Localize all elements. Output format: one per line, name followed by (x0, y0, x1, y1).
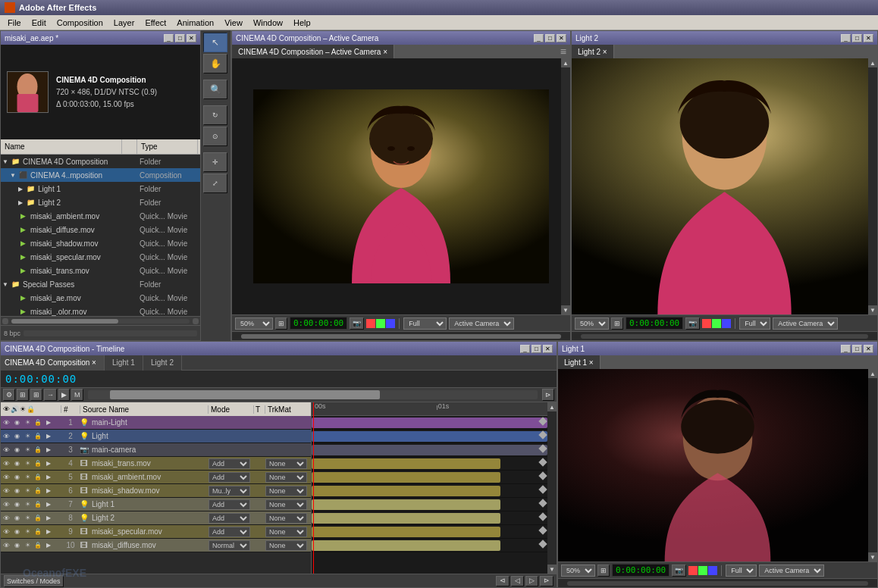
audio-toggle-5[interactable]: ◉ (11, 472, 22, 483)
layer-row[interactable]: 👁 ◉ ☀ 🔒 ▶ 5 🎞 misaki_ambient.mov Add Nor… (1, 471, 311, 484)
layer-mode-6[interactable]: Mu..ly NormalAddMultiply (209, 486, 254, 496)
layer-mode-10[interactable]: Normal NormalAddMultiply (209, 540, 254, 551)
comp-close-btn[interactable]: ✕ (557, 34, 566, 42)
expand-9[interactable] (54, 527, 63, 537)
mode-select-6[interactable]: Mu..ly NormalAddMultiply (209, 486, 250, 496)
close-btn[interactable]: ✕ (187, 34, 196, 42)
track-row[interactable] (312, 430, 547, 443)
solo-toggle-8[interactable]: ☀ (22, 513, 33, 524)
solo-toggle-10[interactable]: ☀ (22, 540, 33, 551)
file-item[interactable]: ▶ misaki_ae.mov Quick... Movie (1, 291, 200, 305)
layer-row[interactable]: 👁 ◉ ☀ 🔒 ▶ 6 🎞 misaki_shadow.mov Mu..ly N… (1, 484, 311, 498)
expand-2[interactable] (54, 431, 63, 442)
tl-minimize[interactable]: _ (520, 345, 530, 353)
solo-toggle-5[interactable]: ☀ (22, 472, 33, 483)
comp-maximize-btn[interactable]: □ (545, 34, 555, 42)
comp-canvas-area[interactable]: ▲ ▼ (232, 58, 570, 314)
lock-toggle-6[interactable]: 🔒 (33, 486, 43, 496)
vis-toggle-2[interactable]: 👁 (1, 431, 11, 442)
collapse-7[interactable]: ▶ (43, 499, 54, 510)
layer-row[interactable]: 👁 ◉ ☀ 🔒 ▶ 10 🎞 misaki_diffuse.mov Normal… (1, 539, 311, 552)
l1-timecode[interactable]: 0:00:00:00 (612, 564, 669, 577)
l1-scroll-track[interactable] (868, 378, 877, 552)
menu-effect[interactable]: Effect (140, 16, 171, 30)
layer-trkmat-7[interactable]: None (265, 499, 311, 510)
track-scroll-track[interactable] (547, 411, 557, 565)
track-row[interactable] (312, 539, 547, 552)
l1-camera-select[interactable]: Active Camera (759, 565, 824, 577)
file-item[interactable]: ▶ misaki_.olor.mov Quick... Movie (1, 305, 200, 316)
vis-toggle-3[interactable]: 👁 (1, 445, 11, 455)
l1-blue-ch[interactable] (708, 566, 717, 575)
hand-tool[interactable]: ✋ (203, 54, 227, 74)
expand-8[interactable] (54, 513, 63, 524)
prev-frame-btn[interactable]: ◁ (511, 576, 524, 586)
project-scrollbar-h[interactable] (1, 316, 200, 325)
camera-select[interactable]: Active Camera (449, 317, 514, 330)
layer-row[interactable]: 👁 ◉ ☀ 🔒 ▶ 3 📷 main-camera (1, 443, 311, 457)
timeline-timecode[interactable]: 0:00:00:00 (5, 373, 77, 385)
expand-1[interactable] (54, 418, 63, 428)
collapse-9[interactable]: ▶ (43, 527, 54, 537)
l1-red-ch[interactable] (688, 566, 698, 575)
minimize-btn[interactable]: _ (164, 34, 174, 42)
audio-toggle-3[interactable]: ◉ (11, 445, 22, 455)
trkmat-select-5[interactable]: None (265, 472, 307, 483)
l2-camera-select[interactable]: Active Camera (773, 317, 838, 330)
solo-toggle-2[interactable]: ☀ (22, 431, 33, 442)
solo-toggle-3[interactable]: ☀ (22, 445, 33, 455)
comp-inner-tab[interactable]: CINEMA 4D Composition – Active Camera × (232, 45, 394, 58)
light1-scrollbar-h[interactable] (558, 578, 877, 587)
solo-toggle-4[interactable]: ☀ (22, 458, 33, 469)
vis-toggle-6[interactable]: 👁 (1, 486, 11, 496)
tl-tool3[interactable]: ⊞ (30, 389, 42, 401)
l1-maximize[interactable]: □ (852, 345, 862, 353)
layer-rows[interactable]: 👁 ◉ ☀ 🔒 ▶ 1 💡 main-Light 👁 ◉ ☀ 🔒 ▶ 2 💡 L… (1, 416, 311, 574)
layer-mode-8[interactable]: Add NormalAddMultiply (209, 513, 254, 524)
mode-select-8[interactable]: Add NormalAddMultiply (209, 513, 250, 524)
layer-mode-5[interactable]: Add NormalAddMultiply (209, 472, 254, 483)
col-name[interactable]: Name (1, 139, 122, 154)
layer-mode-9[interactable]: Add NormalAddMultiply (209, 527, 254, 537)
l2-zoom-select[interactable]: 50% (575, 317, 609, 330)
light2-scrollbar-h[interactable] (572, 331, 877, 340)
vis-toggle-5[interactable]: 👁 (1, 472, 11, 483)
menu-file[interactable]: File (3, 16, 26, 30)
collapse-6[interactable]: ▶ (43, 486, 54, 496)
lock-toggle-3[interactable]: 🔒 (33, 445, 43, 455)
timeline-scroll-indicator[interactable] (88, 390, 538, 399)
mode-select-4[interactable]: Add NormalAddMultiply (209, 458, 250, 469)
collapse-5[interactable]: ▶ (43, 472, 54, 483)
layer-row[interactable]: 👁 ◉ ☀ 🔒 ▶ 9 🎞 misaki_specular.mov Add No… (1, 525, 311, 539)
audio-toggle-9[interactable]: ◉ (11, 527, 22, 537)
lock-toggle-1[interactable]: 🔒 (33, 418, 43, 428)
layer-trkmat-8[interactable]: None (265, 513, 311, 524)
collapse-8[interactable]: ▶ (43, 513, 54, 524)
mode-select-5[interactable]: Add NormalAddMultiply (209, 472, 250, 483)
l2-scroll-down[interactable]: ▼ (868, 305, 877, 314)
timeline-tab-2[interactable]: Light 2 (143, 355, 182, 371)
lock-toggle-9[interactable]: 🔒 (33, 527, 43, 537)
track-scroll-up[interactable]: ▲ (547, 402, 557, 411)
fit-btn[interactable]: ⊞ (275, 317, 287, 330)
track-row[interactable] (312, 498, 547, 511)
lock-toggle-5[interactable]: 🔒 (33, 472, 43, 483)
track-bar-6[interactable] (312, 486, 500, 496)
collapse-3[interactable]: ▶ (43, 445, 54, 455)
track-bar-3[interactable] (312, 445, 547, 455)
menu-view[interactable]: View (220, 16, 247, 30)
light1-inner-tab[interactable]: Light 1 × (558, 355, 600, 369)
vis-toggle-9[interactable]: 👁 (1, 527, 11, 537)
timecode-display[interactable]: 0:00:00:00 (290, 317, 347, 330)
expand-6[interactable] (54, 486, 63, 496)
playhead[interactable] (313, 402, 314, 574)
l2-green-ch[interactable] (712, 319, 721, 328)
play-fwd-btn[interactable]: ⊳ (540, 576, 553, 586)
l1-quality-select[interactable]: Full (726, 565, 757, 577)
trkmat-select-6[interactable]: None (265, 486, 307, 496)
file-item[interactable]: ▶ misaki_shadow.mov Quick... Movie (1, 236, 200, 250)
light1-scrollbar-v[interactable]: ▲ ▼ (868, 369, 877, 561)
tl-btn-end[interactable]: ⊳ (542, 389, 554, 401)
l1-close[interactable]: ✕ (864, 345, 873, 353)
track-bar-5[interactable] (312, 472, 500, 483)
